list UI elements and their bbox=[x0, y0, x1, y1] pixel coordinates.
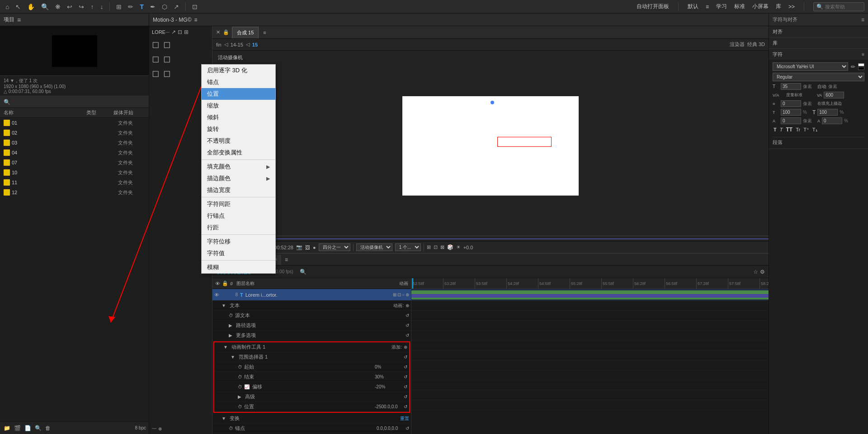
indent-input[interactable] bbox=[781, 117, 801, 124]
character-section-header[interactable]: 字符 ≡ bbox=[769, 49, 868, 60]
list-item[interactable]: 01 文件夹 bbox=[0, 118, 149, 128]
offset-cycle[interactable]: ↺ bbox=[404, 384, 407, 389]
transparency-icon[interactable]: ⊠ bbox=[440, 244, 444, 250]
puppet-icon[interactable]: ↗ bbox=[172, 2, 181, 11]
workspace-default[interactable]: 默认 bbox=[688, 3, 698, 10]
layer-8-icon3[interactable]: ○ bbox=[402, 292, 405, 297]
stopwatch-start[interactable]: ⏱ bbox=[238, 364, 242, 369]
grid-br[interactable]: ◻ bbox=[163, 68, 171, 79]
search-layer-icon[interactable]: 🔍 bbox=[300, 269, 307, 275]
cm-item-opacity[interactable]: 不透明度 bbox=[202, 135, 275, 147]
add-anim-btn[interactable]: ⊕ bbox=[404, 345, 407, 350]
list-item[interactable]: 12 文件夹 bbox=[0, 187, 149, 197]
camera-icon[interactable]: ⊡ bbox=[190, 2, 199, 11]
more-cycle[interactable]: ↺ bbox=[406, 333, 409, 338]
comp-lock-btn[interactable]: 🔒 bbox=[223, 29, 229, 35]
rotate-icon[interactable]: ❋ bbox=[53, 2, 62, 11]
exposure-icon[interactable]: ☀ bbox=[456, 244, 461, 250]
expand-icon[interactable]: ↗ bbox=[171, 29, 176, 35]
transform-handle[interactable] bbox=[491, 101, 494, 104]
up-icon[interactable]: ↑ bbox=[89, 2, 95, 11]
advanced-prop[interactable]: ▶ 高级 ↺ bbox=[214, 392, 409, 402]
classic-3d-label[interactable]: 经典 3D bbox=[747, 41, 765, 48]
font-style-select[interactable]: Regular bbox=[773, 73, 864, 81]
workspace-library[interactable]: 库 bbox=[776, 3, 781, 10]
end-cycle[interactable]: ↺ bbox=[404, 374, 407, 379]
cm-item-strokewidth[interactable]: 描边宽度 bbox=[202, 184, 275, 196]
source-text-cycle[interactable]: ↺ bbox=[406, 313, 409, 318]
show-snapshot-icon[interactable]: 🖼 bbox=[305, 245, 310, 250]
cm-item-anchor[interactable]: 锚点 bbox=[202, 76, 275, 88]
layer-row-8[interactable]: 👁 8 T Lorem i...ortor. ⊞ ⊡ ○ ⊛ bbox=[212, 289, 411, 301]
comp-tab-15[interactable]: 合成 15 bbox=[232, 27, 259, 38]
project-menu-icon[interactable]: ≡ bbox=[17, 16, 21, 23]
lore-selector[interactable]: LORE··· bbox=[152, 29, 170, 35]
text-tool-icon[interactable]: T bbox=[138, 2, 146, 11]
grid-tr[interactable]: ◻ bbox=[163, 39, 171, 50]
path-cycle[interactable]: ↺ bbox=[406, 323, 409, 328]
transform-header[interactable]: ▼ 变换 重置 bbox=[212, 414, 411, 424]
v-scale-input[interactable] bbox=[817, 109, 838, 116]
layer-8-eye[interactable]: 👁 bbox=[214, 292, 221, 298]
position-prop[interactable]: ⏱ 位置 -2500.0,0.0 ↺ bbox=[214, 402, 409, 412]
font-pick-icon[interactable]: ✏ bbox=[851, 64, 855, 70]
playhead[interactable] bbox=[412, 278, 413, 289]
project-search-input[interactable] bbox=[12, 99, 145, 105]
undo-icon[interactable]: ↩ bbox=[65, 2, 74, 11]
cm-item-stroke[interactable]: 描边颜色 ▶ bbox=[202, 173, 275, 184]
anchor-prop[interactable]: ⏱ 锚点 0.0,0.0,0.0 ↺ bbox=[212, 424, 411, 434]
italic-btn[interactable]: T bbox=[779, 126, 784, 133]
list-item[interactable]: 10 文件夹 bbox=[0, 168, 149, 177]
grid-icon[interactable]: ⊞ bbox=[114, 2, 123, 11]
workspace-menu-icon[interactable]: ≡ bbox=[706, 4, 709, 10]
tl-settings-icon[interactable]: ⚙ bbox=[760, 269, 765, 275]
safe-zones-icon[interactable]: ⊡ bbox=[434, 244, 438, 250]
workspace-small[interactable]: 小屏幕 bbox=[752, 3, 769, 10]
select-icon[interactable]: ↖ bbox=[14, 2, 23, 11]
more-options-prop[interactable]: ▶ 更多选项 ↺ bbox=[212, 331, 411, 341]
motion-menu-icon[interactable]: ≡ bbox=[194, 17, 198, 23]
start-prop[interactable]: ⏱ 起始 0% ↺ bbox=[214, 362, 409, 372]
snapshot-icon[interactable]: 📷 bbox=[296, 244, 302, 250]
shape-icon[interactable]: ⬡ bbox=[160, 2, 169, 11]
workspace-standard[interactable]: 标准 bbox=[734, 3, 745, 10]
char-section-menu[interactable]: ≡ bbox=[862, 52, 864, 57]
list-item[interactable]: 11 文件夹 bbox=[0, 177, 149, 187]
new-comp-icon[interactable]: 🎬 bbox=[13, 424, 22, 432]
fill-color-swatch[interactable] bbox=[858, 63, 864, 66]
super-btn[interactable]: T⁺ bbox=[802, 126, 810, 133]
auto-open-panels[interactable]: 自动打开面板 bbox=[637, 3, 669, 10]
indent2-input[interactable] bbox=[822, 117, 842, 124]
offset-prop[interactable]: ⏱ 📈 偏移 -20% ↺ bbox=[214, 382, 409, 392]
new-folder-icon[interactable]: 📁 bbox=[3, 424, 11, 432]
animator-header[interactable]: ▼ 动画制作工具 1 添加: ⊕ bbox=[214, 342, 409, 352]
cm-item-charoffset[interactable]: 字符位移 bbox=[202, 236, 275, 247]
workspace-more[interactable]: >> bbox=[788, 4, 795, 10]
new-item-icon[interactable]: 📄 bbox=[24, 424, 32, 432]
align-section-header[interactable]: 对齐 bbox=[769, 26, 868, 37]
grid-view-icon[interactable]: ⊞ bbox=[427, 244, 431, 250]
search-input[interactable] bbox=[825, 4, 861, 9]
grid-ml[interactable]: ◻ bbox=[152, 53, 160, 64]
comp-tab-menu[interactable]: ≡ bbox=[263, 30, 266, 35]
font-family-select[interactable]: Microsoft YaHei UI bbox=[773, 62, 848, 71]
path-options-prop[interactable]: ▶ 路径选项 ↺ bbox=[212, 321, 411, 331]
range-selector-header[interactable]: ▼ 范围选择器 1 ↺ bbox=[214, 352, 409, 362]
list-item[interactable]: 02 文件夹 bbox=[0, 128, 149, 138]
graph-icon[interactable]: 📈 bbox=[244, 384, 250, 389]
renderer-label[interactable]: 渲染器 bbox=[730, 41, 745, 48]
list-item[interactable]: 03 文件夹 bbox=[0, 138, 149, 148]
baseline-input[interactable] bbox=[781, 100, 801, 107]
cm-item-blur[interactable]: 模糊 bbox=[202, 261, 275, 273]
cm-item-skew[interactable]: 倾斜 bbox=[202, 112, 275, 123]
quality-select[interactable]: 四分之一 bbox=[319, 243, 350, 251]
cm-item-tracking[interactable]: 字符间距 bbox=[202, 198, 275, 210]
pen-icon[interactable]: ✏ bbox=[126, 2, 135, 11]
layer-8-icon1[interactable]: ⊞ bbox=[393, 292, 396, 297]
3d-view-icon[interactable]: 🎲 bbox=[447, 244, 453, 250]
fit-icon[interactable]: ⊡ bbox=[178, 29, 182, 35]
fullscreen-icon[interactable]: ⊞ bbox=[184, 29, 189, 35]
pos-cycle[interactable]: ↺ bbox=[404, 404, 407, 409]
text-group-header[interactable]: ▼ 文本 动画: ⊕ bbox=[212, 301, 411, 311]
tracking-input[interactable] bbox=[824, 92, 844, 98]
